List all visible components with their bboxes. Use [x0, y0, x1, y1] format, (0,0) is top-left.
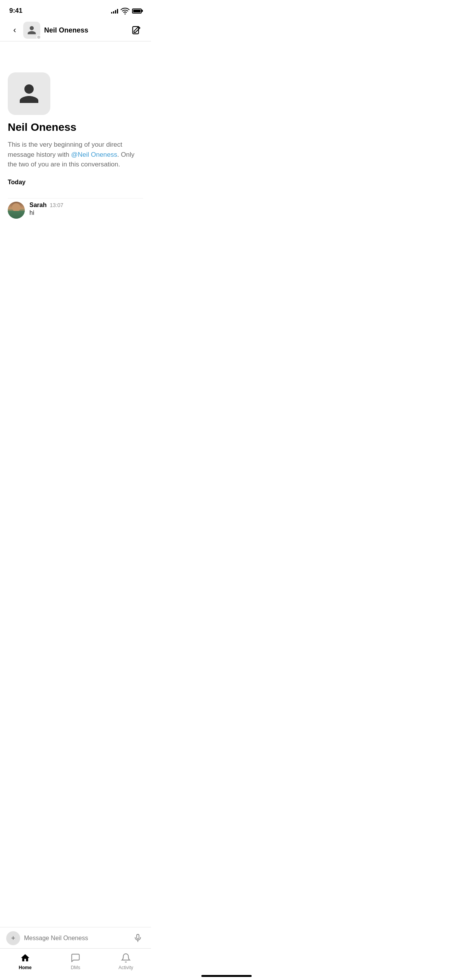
- user-avatar-icon: [27, 25, 37, 35]
- status-time: 9:41: [9, 7, 22, 15]
- status-icons: [111, 6, 142, 15]
- message-text: hi: [29, 209, 143, 216]
- note-icon: [131, 25, 142, 36]
- sender-avatar: [8, 202, 25, 219]
- wifi-icon: [120, 6, 130, 15]
- today-label: Today: [8, 179, 143, 186]
- message-time: 13:07: [50, 202, 63, 208]
- status-bar: 9:41: [0, 0, 151, 19]
- battery-icon: [132, 9, 142, 14]
- profile-avatar-large: [8, 72, 50, 115]
- new-note-button[interactable]: [129, 23, 143, 37]
- online-status-dot: [36, 35, 41, 39]
- header-avatar: [23, 22, 40, 39]
- message-header: Sarah 13:07: [29, 202, 143, 209]
- back-chevron-icon: ‹: [13, 25, 16, 35]
- profile-person-icon: [17, 82, 41, 105]
- profile-intro: This is the very beginning of your direc…: [8, 140, 143, 170]
- profile-mention-link[interactable]: @Neil Oneness: [71, 151, 117, 158]
- nav-header: ‹ Neil Oneness: [0, 19, 151, 41]
- message-sender: Sarah: [29, 202, 46, 209]
- svg-point-0: [125, 14, 126, 15]
- header-user-name: Neil Oneness: [44, 26, 129, 34]
- message-content: Sarah 13:07 hi: [29, 202, 143, 216]
- signal-icon: [111, 8, 118, 14]
- messages-list: Sarah 13:07 hi: [8, 198, 143, 222]
- chat-area: Neil Oneness This is the very beginning …: [0, 41, 151, 284]
- message-item: Sarah 13:07 hi: [8, 198, 143, 222]
- profile-section: Neil Oneness This is the very beginning …: [8, 41, 143, 198]
- profile-name: Neil Oneness: [8, 121, 143, 134]
- back-button[interactable]: ‹: [8, 23, 22, 37]
